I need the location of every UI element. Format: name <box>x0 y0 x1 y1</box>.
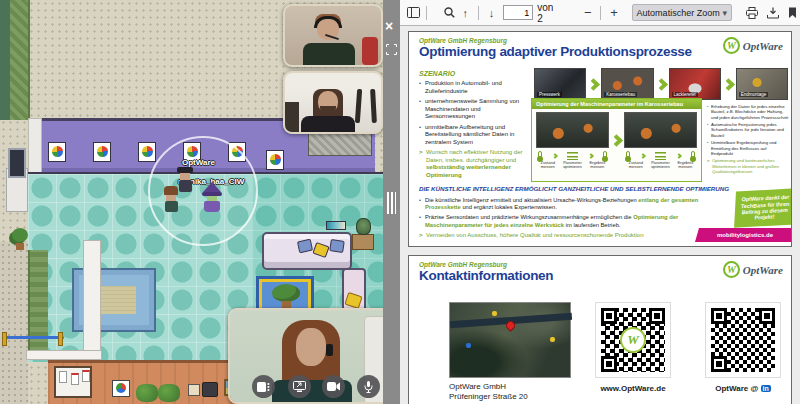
zoom-value-label: Automatischer Zoom <box>637 8 720 18</box>
optware-logo: W OptWare <box>723 37 783 54</box>
screen: OptWare monika_haa_CIW <box>0 0 800 404</box>
printer <box>202 382 218 397</box>
ki-bullets: Die künstliche Intelligenz ermittelt und… <box>419 194 699 239</box>
wall-poster <box>266 150 284 170</box>
barrier-post <box>58 332 63 346</box>
small-picture <box>188 384 200 396</box>
scenario-bullet: unternehmensweite Sammlung von Maschinen… <box>419 98 527 121</box>
layout-button[interactable] <box>252 375 275 398</box>
thermometer-icon <box>691 151 695 160</box>
guitar <box>355 89 362 123</box>
photo-lackiererei: Lackiererei <box>669 68 721 100</box>
close-icon[interactable]: × <box>385 18 393 34</box>
webcam-feed-1[interactable] <box>283 4 383 67</box>
screen-share-button[interactable] <box>288 375 311 398</box>
detail-bullet: Unmittelbare Ergebnisprüfung und Ermittl… <box>707 140 789 156</box>
mobilitylogistics-banner: mobilitylogistics.de <box>695 228 792 242</box>
optware-logo-text: OptWare <box>743 40 783 52</box>
robot-photo <box>624 112 697 148</box>
qr-code-linkedin <box>705 302 781 378</box>
shelf <box>285 102 299 132</box>
arrow-right-icon <box>640 153 646 159</box>
thermometer-icon <box>603 151 607 160</box>
optware-logo: W OptWare <box>723 261 783 278</box>
location-map <box>449 302 571 378</box>
wall-segment <box>26 350 102 360</box>
scenario-bullet: unmittelbare Aufbereitung und Bereitstel… <box>419 124 527 147</box>
resize-handle-icon[interactable] <box>387 192 396 214</box>
fullscreen-icon[interactable] <box>386 44 397 55</box>
optware-logo-mark: W <box>620 327 646 353</box>
wall-segment <box>83 240 101 354</box>
slide-kicker: OptWare GmbH Regensburg <box>419 37 507 44</box>
thermometer-icon <box>626 151 630 160</box>
pdf-viewer: ↑ ↓ von 2 − + Automatischer Zoom ▾ <box>400 0 800 404</box>
arrow-right-icon <box>588 153 594 159</box>
wall-poster <box>138 142 156 162</box>
player-name-label: OptWare <box>182 158 215 167</box>
address-line: Prüfeninger Straße 20 <box>449 392 528 402</box>
green-vase <box>356 218 371 235</box>
detail-bullet: Erhebung der Daten für jedes einzelne Ba… <box>707 104 789 120</box>
scenario-highlight: Wunsch nach effektiver Nutzung der Daten… <box>419 149 527 179</box>
detail-bullet: Automatische Feinjustierung jedes Schwei… <box>707 122 789 138</box>
avatar-brownhair-character[interactable] <box>164 186 178 212</box>
webcam-feed-2[interactable] <box>283 71 383 134</box>
guitar <box>370 89 377 123</box>
microphone-button[interactable] <box>357 375 380 398</box>
avatar-hat-character[interactable] <box>177 167 193 192</box>
scenario-bullet: Produktion in Automobil- und Zulieferind… <box>419 80 527 95</box>
pillow <box>329 239 345 253</box>
wall-poster <box>93 142 111 162</box>
thanks-banner: OptWare dankt der TechBase für Ihren Bei… <box>734 188 792 227</box>
robot-photo <box>536 112 609 148</box>
detail-highlight: Optimierung und kontinuierliches Weiterl… <box>707 158 789 174</box>
qr-caption: OptWare @ in <box>700 384 786 393</box>
photo-presswerk: Presswerk <box>534 68 586 100</box>
previous-page-button[interactable]: ↑ <box>458 4 473 22</box>
bookmark-button[interactable] <box>785 4 800 22</box>
potted-plant <box>10 228 30 250</box>
arrow-right-icon <box>676 153 682 159</box>
sliders-icon <box>567 151 578 160</box>
address-block: OptWare GmbH Prüfeninger Straße 20 <box>449 382 528 403</box>
sliders-icon <box>655 151 666 160</box>
next-page-button[interactable]: ↓ <box>484 4 499 22</box>
pdf-toolbar: ↑ ↓ von 2 − + Automatischer Zoom ▾ <box>400 0 800 26</box>
tv-screen <box>8 148 26 178</box>
arrow-right-icon <box>722 78 735 91</box>
virtual-world-map[interactable]: OptWare monika_haa_CIW <box>0 0 383 404</box>
optimization-box-title: Optimierung der Maschinenparameter im Ka… <box>532 99 701 109</box>
ki-heading: DIE KÜNSTLICHE INTELLIGENZ ERMÖGLICHT GA… <box>419 185 729 192</box>
avatar-witch-character[interactable] <box>202 182 222 212</box>
thermometer-icon <box>538 151 542 160</box>
pdf-page-area[interactable]: OptWare GmbH Regensburg Optimierung adap… <box>400 27 800 404</box>
red-chair <box>362 37 378 65</box>
search-icon[interactable] <box>442 4 457 22</box>
zoom-select[interactable]: Automatischer Zoom ▾ <box>632 4 732 21</box>
camera-button[interactable] <box>322 375 345 398</box>
side-table <box>352 234 374 250</box>
arrow-right-icon <box>552 153 558 159</box>
beard <box>320 106 336 114</box>
sidebar-toggle-button[interactable] <box>406 4 421 22</box>
scenario-section: SZENARIO Produktion in Automobil- und Zu… <box>419 70 527 179</box>
zoom-out-button[interactable]: − <box>580 4 595 22</box>
map-marker <box>466 343 471 348</box>
ki-bullet: Die künstliche Intelligenz ermittelt und… <box>419 197 699 211</box>
robot-station-group: Zustand messenParameter optimierenErgebn… <box>536 112 609 170</box>
optware-logo-mark: W <box>723 261 740 278</box>
photo-karosseriebau: Karosseriebau <box>601 68 653 100</box>
slide-title: Optimierung adaptiver Produktionsprozess… <box>419 44 692 59</box>
chevron-down-icon: ▾ <box>722 8 727 18</box>
cowebsite-divider[interactable]: × <box>383 0 400 404</box>
slide-title: Kontaktinformationen <box>419 268 553 283</box>
print-button[interactable] <box>744 4 759 22</box>
slide-kicker: OptWare GmbH Regensburg <box>419 261 507 268</box>
zoom-in-button[interactable]: + <box>606 4 621 22</box>
download-button[interactable] <box>765 4 780 22</box>
page-number-input[interactable] <box>503 5 533 20</box>
address-line: OptWare GmbH <box>449 382 528 392</box>
bush <box>136 384 158 402</box>
wall-poster <box>48 142 66 162</box>
